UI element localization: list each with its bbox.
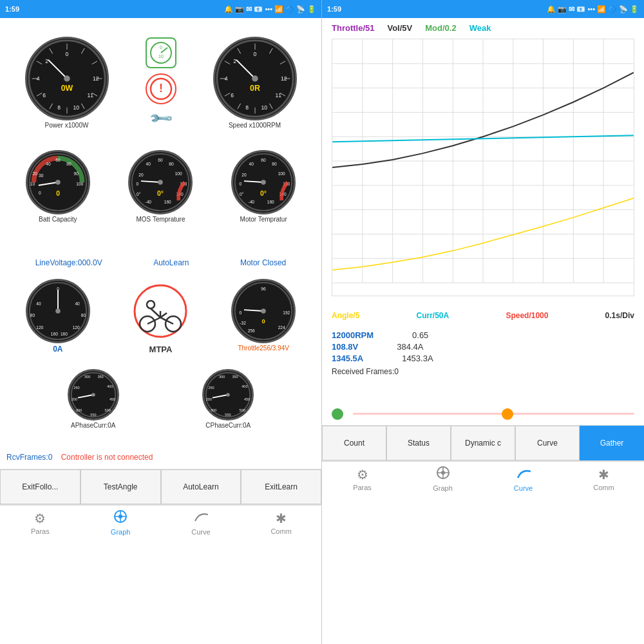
motor-gauge-container: 0 20 40 60 80 100 120 140 160 -40 0° xyxy=(231,150,296,223)
warning-icon: ! xyxy=(146,73,176,104)
svg-text:550: 550 xyxy=(225,413,231,417)
green-gauge-icon: 0 10 xyxy=(146,37,176,68)
paras-label: Paras xyxy=(31,527,50,535)
data-row-3: 1345.5A 1453.3A xyxy=(332,354,634,363)
nav-comm-right[interactable]: ✱ Comm xyxy=(564,462,644,496)
comm-label-right: Comm xyxy=(593,484,614,491)
svg-text:40: 40 xyxy=(75,301,80,306)
svg-text:10: 10 xyxy=(73,104,79,110)
power-gauge: 0 2 4 6 8 10 11 12 0W xyxy=(25,37,109,120)
svg-text:400: 400 xyxy=(107,384,113,388)
status-bar-left: 1:59 🔔 📷 ✉ 📧 ••• 📶 🔷 📡 🔋 xyxy=(0,0,322,18)
data-row-2: 108.8V 384.4A xyxy=(332,342,634,352)
chart-area xyxy=(322,39,644,309)
slider-dot-green xyxy=(332,408,343,420)
received-frames: Received Frames:0 xyxy=(332,365,634,377)
svg-text:60: 60 xyxy=(261,158,266,162)
info-row: LineVoltage:000.0V AutoLearn Motor Close… xyxy=(0,250,321,276)
curve-icon-right xyxy=(516,466,531,483)
nav-graph-right[interactable]: Graph xyxy=(402,462,483,496)
svg-text:100: 100 xyxy=(76,182,83,186)
svg-text:40: 40 xyxy=(36,301,41,306)
batt-label: Batt Capacity xyxy=(39,216,77,223)
svg-text:8: 8 xyxy=(57,104,61,110)
svg-text:10: 10 xyxy=(30,182,35,186)
nav-curve-left[interactable]: Curve xyxy=(161,506,242,540)
count-button[interactable]: Count xyxy=(322,426,386,460)
motor-label: Motor Tempratur xyxy=(240,216,287,223)
gather-button[interactable]: Gather xyxy=(580,426,644,460)
slider-line[interactable] xyxy=(353,413,634,415)
voltage-value: 108.8V xyxy=(332,342,358,352)
wrench-icon: 🔧 xyxy=(147,105,174,131)
svg-text:100: 100 xyxy=(278,171,285,176)
speed-gauge: 0 2 4 6 8 10 11 12 0R xyxy=(213,37,297,120)
cphase-gauge: 200 250 300 350 400 450 500 550 600 xyxy=(202,369,254,421)
val1: 0.65 xyxy=(412,330,428,340)
nav-graph-left[interactable]: Graph xyxy=(80,506,161,540)
svg-point-126 xyxy=(261,308,266,314)
batt-gauge: 20 10 0 30 40 60 80 90 100 0 xyxy=(26,150,90,214)
auto-learn-button[interactable]: AutoLearn xyxy=(161,469,242,504)
svg-text:300: 300 xyxy=(84,375,90,379)
graph-icon-right xyxy=(436,466,450,483)
svg-text:6: 6 xyxy=(43,91,46,98)
current-gauge-container: 0 40 80 120 160 160 120 80 40 0A xyxy=(26,279,90,354)
time-right: 1:59 xyxy=(327,5,341,13)
status-bar: 1:59 🔔 📷 ✉ 📧 ••• 📶 🔷 📡 🔋 1:59 🔔 📷 ✉ 📧 ••… xyxy=(0,0,644,18)
status-bar-right: 1:59 🔔 📷 ✉ 📧 ••• 📶 🔷 📡 🔋 xyxy=(322,0,644,18)
nav-paras-right[interactable]: ⚙ Paras xyxy=(322,462,402,496)
svg-text:300: 300 xyxy=(219,375,225,379)
cphase-label: CPhaseCurr:0A xyxy=(205,422,251,429)
slider-dot-orange[interactable] xyxy=(502,408,513,420)
svg-text:0°: 0° xyxy=(158,190,164,197)
svg-text:120: 120 xyxy=(73,325,80,330)
action-buttons: ExitFollo... TestAngle AutoLearn ExitLea… xyxy=(0,469,321,504)
batt-gauge-container: 20 10 0 30 40 60 80 90 100 0 xyxy=(26,150,90,223)
exit-follo-button[interactable]: ExitFollo... xyxy=(0,469,80,504)
gauges-third-row: 0 40 80 120 160 160 120 80 40 0A xyxy=(0,276,321,366)
nav-curve-right[interactable]: Curve xyxy=(483,462,564,496)
svg-text:80: 80 xyxy=(30,313,35,317)
status-button[interactable]: Status xyxy=(386,426,451,460)
svg-text:2: 2 xyxy=(233,58,236,64)
exit-learn-button[interactable]: ExitLearn xyxy=(241,469,321,504)
rcv-frames: RcvFrames:0 xyxy=(6,453,52,462)
middle-icons: 0 10 ! 🔧 xyxy=(146,37,176,128)
nav-comm-left[interactable]: ✱ Comm xyxy=(241,506,321,540)
svg-text:-32: -32 xyxy=(240,321,246,325)
svg-text:40: 40 xyxy=(249,162,254,166)
svg-point-95 xyxy=(261,180,266,185)
svg-text:450: 450 xyxy=(244,397,250,401)
right-action-buttons: Count Status Dynamic c Curve Gather xyxy=(322,425,644,460)
svg-text:160: 160 xyxy=(267,200,274,204)
curve-button[interactable]: Curve xyxy=(515,426,580,460)
data-values: 12000RPM 0.65 108.8V 384.4A 1345.5A 1453… xyxy=(322,325,644,402)
mos-gauge-container: 0 20 40 60 80 100 120 140 160 -40 0° xyxy=(128,150,193,223)
svg-text:0°: 0° xyxy=(240,192,244,196)
svg-line-111 xyxy=(151,308,160,317)
dynamic-button[interactable]: Dynamic c xyxy=(451,426,515,460)
rpm-value: 12000RPM xyxy=(332,330,374,340)
svg-text:250: 250 xyxy=(73,386,79,390)
time-left: 1:59 xyxy=(5,5,19,13)
nav-paras-left[interactable]: ⚙ Paras xyxy=(0,506,80,540)
svg-text:90: 90 xyxy=(73,171,79,176)
svg-text:11: 11 xyxy=(87,91,93,98)
test-angle-button[interactable]: TestAngle xyxy=(80,469,161,504)
speed-gauge-label: Speed x1000RPM xyxy=(229,122,281,129)
mod-label-chart: Mod/0.2 xyxy=(425,23,456,36)
svg-point-52 xyxy=(252,75,258,82)
motor-status: Motor Closed xyxy=(240,258,286,267)
svg-line-112 xyxy=(160,313,167,317)
svg-text:0: 0 xyxy=(240,182,242,186)
gauges-top-row: 0 2 4 6 8 10 11 12 0W Po xyxy=(0,18,321,147)
speed-label: Speed/1000 xyxy=(506,311,548,323)
svg-point-108 xyxy=(55,308,61,314)
svg-text:10: 10 xyxy=(261,104,267,110)
svg-text:8: 8 xyxy=(245,104,249,110)
svg-text:200: 200 xyxy=(71,397,77,401)
gauges-fourth-row: 200 250 300 350 400 450 500 550 600 APha… xyxy=(0,366,321,450)
mtpa-container: MTPA xyxy=(128,279,193,354)
curve-label: Curve xyxy=(191,528,210,536)
